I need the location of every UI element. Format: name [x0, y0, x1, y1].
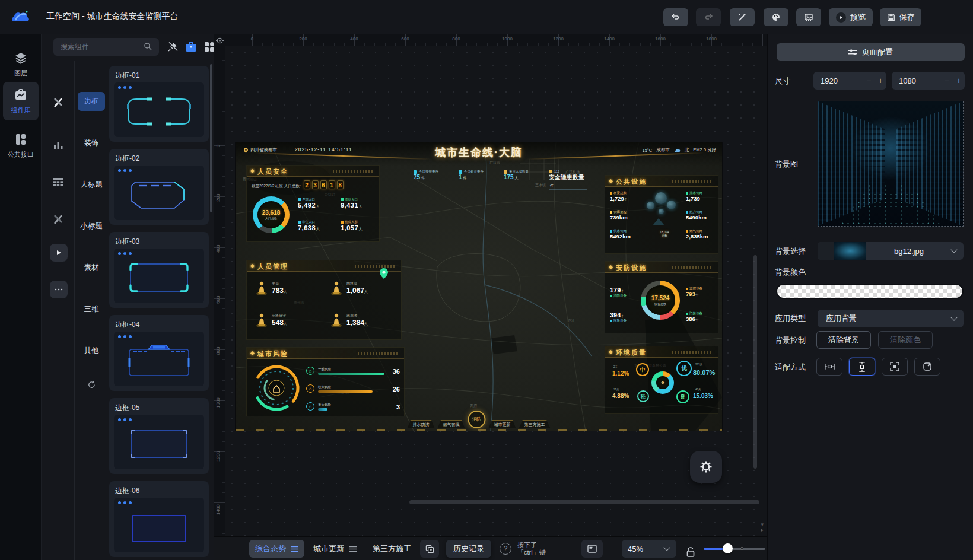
mgmt-stat: 党员783人	[255, 279, 287, 296]
fit-width-button[interactable]	[816, 358, 842, 376]
statue-icon	[255, 279, 268, 296]
zoom-slider[interactable]	[704, 548, 765, 550]
category-other[interactable]: 其他	[78, 341, 105, 360]
dashboard-artboard[interactable]: 青城前山 G4217 广汉市 广汉机场 三水镇 崇州市 沱江 新津区 天府 龙泉…	[236, 142, 722, 431]
border-01-graphic	[117, 92, 201, 131]
fit-height-button[interactable]	[849, 358, 875, 376]
app-type-label: 应用类型	[775, 313, 806, 324]
clear-color-button[interactable]: 清除颜色	[878, 331, 933, 349]
decrement-button[interactable]: −	[863, 76, 875, 85]
group-charts-icon[interactable]	[50, 137, 66, 154]
layers-icon	[14, 51, 28, 65]
dashboard-tab[interactable]: 第三方施工	[519, 420, 551, 428]
list-icon	[349, 546, 357, 552]
component-preview	[114, 249, 204, 303]
category-material[interactable]: 素材	[78, 258, 105, 277]
unpin-panel-button[interactable]	[167, 42, 178, 55]
increment-button[interactable]: +	[953, 76, 965, 85]
preview-button[interactable]: 预览	[829, 8, 873, 26]
page-tab[interactable]: 城市更新	[313, 540, 357, 558]
dots-icon	[118, 501, 132, 504]
vertical-scrollbar[interactable]	[753, 255, 757, 469]
facility-stat: 热力管网 5490km	[686, 210, 707, 221]
group-more-icon[interactable]	[50, 281, 68, 298]
slider-thumb[interactable]	[723, 543, 733, 553]
risk-gauge	[252, 363, 301, 413]
decrement-button[interactable]: −	[941, 76, 953, 85]
width-stepper[interactable]: 1920 − +	[813, 72, 886, 90]
stretch-icon	[923, 362, 932, 371]
ruler-left: 0 200 400 600 800 1000 1200 1400	[214, 46, 225, 560]
component-group-rail	[42, 61, 75, 560]
rail-item-components[interactable]: 组件库	[3, 82, 39, 120]
zoom-select[interactable]: 45%	[622, 540, 676, 558]
refresh-components-button[interactable]	[78, 376, 105, 394]
category-big-title[interactable]: 大标题	[78, 175, 105, 194]
theme-palette-button[interactable]	[764, 8, 788, 26]
background-image-preview[interactable]	[818, 101, 964, 227]
history-button[interactable]: 历史记录	[446, 540, 491, 558]
crosshair-icon	[216, 37, 224, 44]
background-color-picker[interactable]	[776, 284, 964, 299]
component-card[interactable]: 边框-05	[109, 398, 209, 474]
page-tab-active[interactable]: 综合态势	[249, 540, 304, 558]
dashboard-tab-center[interactable]: 消防	[468, 411, 486, 428]
screenshot-button[interactable]	[796, 8, 821, 26]
rail-item-layers[interactable]: 图层	[3, 51, 39, 78]
notes-panel-button[interactable]	[581, 540, 603, 558]
panel-notes-icon	[587, 545, 597, 553]
save-button[interactable]: 保存	[880, 8, 921, 26]
category-3d[interactable]: 三维	[78, 300, 105, 319]
component-card[interactable]: 边框-02	[109, 149, 209, 225]
dashboard-tab[interactable]: 城市更新	[489, 420, 516, 428]
dashboard-tab[interactable]: 排水防涝	[408, 420, 435, 428]
horizontal-scrollbar[interactable]	[409, 500, 759, 504]
house-icon: ⌂	[306, 367, 314, 375]
canvas-viewport[interactable]: 青城前山 G4217 广汉市 广汉机场 三水镇 崇州市 沱江 新津区 天府 龙泉…	[225, 46, 767, 536]
dashboard-tab[interactable]: 燃气管线	[438, 420, 465, 428]
increment-button[interactable]: +	[875, 76, 886, 85]
group-media-icon[interactable]	[50, 244, 68, 262]
gear-icon	[699, 460, 713, 473]
panel-scrollbar[interactable]	[210, 64, 212, 212]
stat-item: 常住人口 7,638人	[298, 220, 320, 232]
app-type-select[interactable]: 应用背景	[818, 310, 964, 327]
category-borders[interactable]: 边框	[78, 92, 105, 111]
ruler-origin-toggle[interactable]	[214, 34, 225, 46]
env-grade: 良	[676, 390, 689, 403]
component-market-button[interactable]	[185, 42, 197, 55]
group-borders-icon[interactable]	[50, 94, 66, 110]
component-card[interactable]: 边框-03	[109, 232, 209, 308]
statue-icon	[255, 311, 268, 328]
add-page-button[interactable]	[420, 540, 439, 558]
dots-icon	[118, 252, 132, 255]
rail-item-public-api[interactable]: 公共接口	[3, 132, 39, 159]
kpi-icon	[504, 170, 507, 174]
mgmt-stat: 志愿者1,384人	[330, 311, 368, 328]
dots-icon	[118, 86, 132, 89]
magic-wand-button[interactable]	[730, 8, 755, 26]
background-select[interactable]: bg12.jpg	[818, 242, 964, 260]
help-button[interactable]: ?	[500, 543, 511, 555]
redo-button[interactable]	[696, 8, 721, 26]
component-card[interactable]: 边框-04	[109, 315, 209, 391]
env-grade: 中	[636, 363, 649, 376]
clear-background-button[interactable]: 清除背景	[816, 331, 871, 349]
mgmt-stat: 应急值守548人	[255, 311, 287, 328]
chevron-down-icon	[950, 246, 957, 253]
chevron-down-icon	[663, 544, 670, 551]
page-config-button[interactable]: 页面配置	[777, 43, 965, 61]
canvas-settings-button[interactable]	[690, 451, 722, 483]
group-tables-icon[interactable]	[50, 174, 66, 190]
category-small-title[interactable]: 小标题	[78, 217, 105, 236]
undo-button[interactable]	[663, 8, 688, 26]
category-decoration[interactable]: 装饰	[78, 133, 105, 152]
fit-stretch-button[interactable]	[914, 358, 940, 376]
component-card[interactable]: 边框-06	[109, 481, 209, 557]
height-stepper[interactable]: 1080 − +	[892, 72, 965, 90]
page-tab[interactable]: 第三方施工	[373, 540, 411, 558]
group-materials-icon[interactable]	[50, 211, 66, 227]
fit-screen-button[interactable]	[882, 358, 908, 376]
component-card[interactable]: 边框-01	[109, 66, 209, 142]
lock-toggle[interactable]	[686, 543, 695, 560]
